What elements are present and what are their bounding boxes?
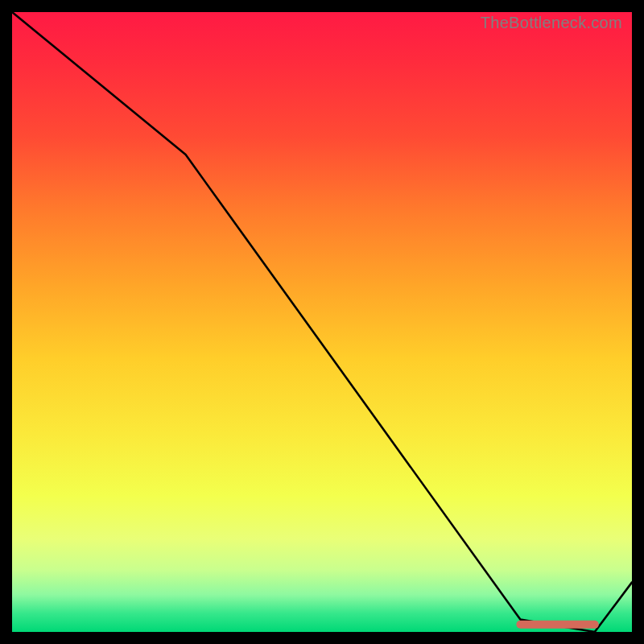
chart-line xyxy=(12,12,632,632)
chart-svg xyxy=(12,12,632,632)
plot-area: TheBottleneck.com xyxy=(12,12,632,632)
chart-frame: TheBottleneck.com xyxy=(0,0,644,644)
